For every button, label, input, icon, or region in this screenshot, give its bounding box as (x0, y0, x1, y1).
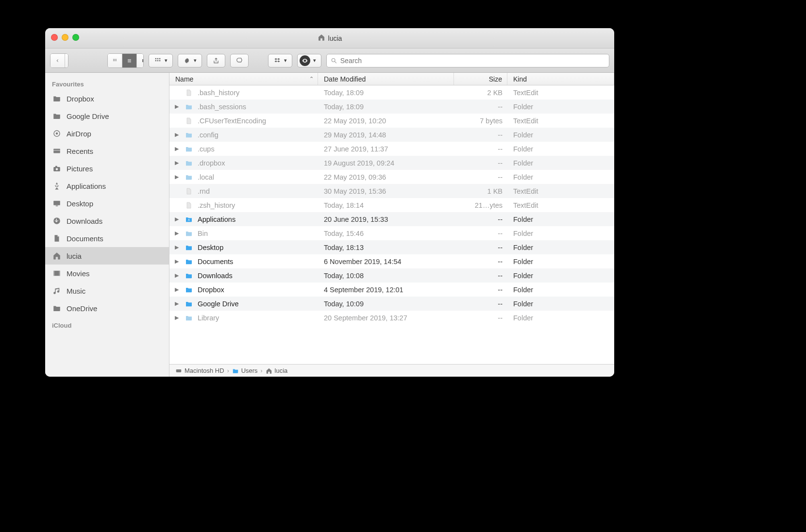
file-size: -- (454, 286, 507, 294)
file-row[interactable]: ▶DesktopToday, 18:13--Folder (169, 240, 614, 254)
folder-icon (52, 94, 62, 103)
path-segment-users[interactable]: Users (232, 367, 258, 374)
search-input[interactable] (340, 57, 605, 65)
svg-line-24 (335, 61, 336, 63)
sidebar-item-music[interactable]: Music (45, 282, 169, 299)
view-list-button[interactable] (122, 54, 137, 67)
file-kind: Folder (507, 173, 614, 181)
tags-button[interactable] (230, 54, 249, 67)
disclosure-triangle-icon[interactable]: ▶ (173, 174, 180, 180)
sidebar-section-header: Favourites (45, 76, 169, 90)
file-list[interactable]: ▶.bash_historyToday, 18:092 KBTextEdit▶.… (169, 85, 614, 364)
view-columns-button[interactable] (137, 54, 144, 67)
group-by-button[interactable]: ▾ (149, 54, 173, 67)
sidebar: Favourites DropboxGoogle DriveAirDropRec… (45, 73, 169, 377)
share-button[interactable] (207, 54, 225, 67)
disclosure-triangle-icon[interactable]: ▶ (173, 272, 180, 279)
close-window-button[interactable] (51, 34, 58, 41)
sidebar-item-pictures[interactable]: Pictures (45, 160, 169, 177)
file-row[interactable]: ▶AApplications20 June 2019, 15:33--Folde… (169, 212, 614, 226)
view-icons-button[interactable] (108, 54, 122, 67)
file-row[interactable]: ▶BinToday, 15:46--Folder (169, 226, 614, 240)
file-row[interactable]: ▶.rnd30 May 2019, 15:361 KBTextEdit (169, 184, 614, 198)
zoom-window-button[interactable] (72, 34, 79, 41)
file-row[interactable]: ▶.cups27 June 2019, 11:37--Folder (169, 142, 614, 156)
sidebar-item-label: Downloads (67, 217, 102, 225)
file-kind: Folder (507, 272, 614, 280)
path-segment-disk[interactable]: Macintosh HD (175, 367, 224, 374)
folder-icon (184, 158, 194, 168)
folder-icon (184, 313, 194, 323)
file-row[interactable]: ▶.CFUserTextEncoding22 May 2019, 10:207 … (169, 114, 614, 128)
sidebar-item-desktop[interactable]: Desktop (45, 195, 169, 212)
svg-rect-37 (59, 271, 60, 276)
window-title: lucia (318, 33, 342, 43)
svg-rect-33 (56, 206, 58, 207)
sidebar-item-downloads[interactable]: Downloads (45, 212, 169, 230)
sidebar-item-label: lucia (67, 252, 82, 260)
disclosure-triangle-icon[interactable]: ▶ (173, 160, 180, 166)
folder-icon (184, 285, 194, 295)
file-kind: Folder (507, 258, 614, 266)
airdrop-icon (52, 129, 62, 138)
file-date: 6 November 2019, 14:54 (318, 258, 454, 266)
column-header-name[interactable]: Name ⌃ (169, 73, 318, 85)
column-header-date[interactable]: Date Modified (318, 73, 454, 85)
disclosure-triangle-icon[interactable]: ▶ (173, 300, 180, 307)
file-row[interactable]: ▶Dropbox4 September 2019, 12:01--Folder (169, 283, 614, 297)
disclosure-triangle-icon[interactable]: ▶ (173, 258, 180, 265)
sidebar-item-onedrive[interactable]: OneDrive (45, 299, 169, 317)
file-row[interactable]: ▶DownloadsToday, 10:08--Folder (169, 268, 614, 283)
svg-rect-19 (159, 58, 160, 59)
disclosure-triangle-icon[interactable]: ▶ (173, 244, 180, 250)
disclosure-triangle-icon[interactable]: ▶ (173, 103, 180, 110)
file-date: Today, 18:13 (318, 244, 454, 251)
file-row[interactable]: ▶Library20 September 2019, 13:27--Folder (169, 311, 614, 325)
file-row[interactable]: ▶.bash_sessionsToday, 18:09--Folder (169, 100, 614, 114)
sidebar-item-dropbox[interactable]: Dropbox (45, 90, 169, 107)
file-date: 27 June 2019, 11:37 (318, 145, 454, 153)
back-button[interactable] (50, 54, 65, 67)
file-size: -- (454, 244, 507, 251)
sidebar-item-documents[interactable]: Documents (45, 230, 169, 247)
file-row[interactable]: ▶.local22 May 2019, 09:36--Folder (169, 170, 614, 184)
chevron-right-icon: › (261, 367, 263, 374)
search-field[interactable] (326, 54, 609, 67)
file-row[interactable]: ▶Documents6 November 2019, 14:54--Folder (169, 254, 614, 268)
file-row[interactable]: ▶.bash_historyToday, 18:092 KBTextEdit (169, 85, 614, 100)
sidebar-item-google-drive[interactable]: Google Drive (45, 107, 169, 125)
dropbox-menu-button[interactable]: ▾ (268, 54, 292, 67)
sidebar-item-airdrop[interactable]: AirDrop (45, 125, 169, 142)
sidebar-item-recents[interactable]: Recents (45, 142, 169, 160)
disclosure-triangle-icon[interactable]: ▶ (173, 286, 180, 293)
svg-text:A: A (188, 218, 190, 221)
disclosure-triangle-icon[interactable]: ▶ (173, 315, 180, 321)
path-segment-home[interactable]: lucia (266, 367, 288, 374)
file-row[interactable]: ▶.zsh_historyToday, 18:1421…ytesTextEdit (169, 198, 614, 212)
sidebar-item-lucia[interactable]: lucia (45, 247, 169, 265)
file-date: 20 June 2019, 15:33 (318, 216, 454, 223)
action-menu-button[interactable]: ▾ (178, 54, 202, 67)
disclosure-triangle-icon[interactable]: ▶ (173, 230, 180, 236)
disclosure-triangle-icon[interactable]: ▶ (173, 146, 180, 152)
eye-menu-button[interactable]: ▾ (297, 54, 321, 67)
disclosure-triangle-icon[interactable]: ▶ (173, 216, 180, 222)
forward-button[interactable] (65, 54, 68, 67)
file-row[interactable]: ▶Google DriveToday, 10:09--Folder (169, 297, 614, 311)
column-header-kind[interactable]: Kind (507, 73, 614, 85)
file-row[interactable]: ▶.dropbox19 August 2019, 09:24--Folder (169, 156, 614, 170)
file-size: -- (454, 216, 507, 223)
minimize-window-button[interactable] (62, 34, 68, 41)
sidebar-item-movies[interactable]: Movies (45, 265, 169, 282)
file-row[interactable]: ▶.config29 May 2019, 14:48--Folder (169, 128, 614, 142)
svg-rect-20 (155, 60, 156, 61)
file-name: Library (198, 314, 219, 322)
svg-rect-7 (128, 60, 131, 60)
camera-icon (52, 164, 62, 173)
file-kind: Folder (507, 230, 614, 237)
folder-icon (184, 243, 194, 252)
sidebar-item-applications[interactable]: Applications (45, 177, 169, 195)
column-header-size[interactable]: Size (454, 73, 507, 85)
file-kind: Folder (507, 286, 614, 294)
disclosure-triangle-icon[interactable]: ▶ (173, 132, 180, 138)
